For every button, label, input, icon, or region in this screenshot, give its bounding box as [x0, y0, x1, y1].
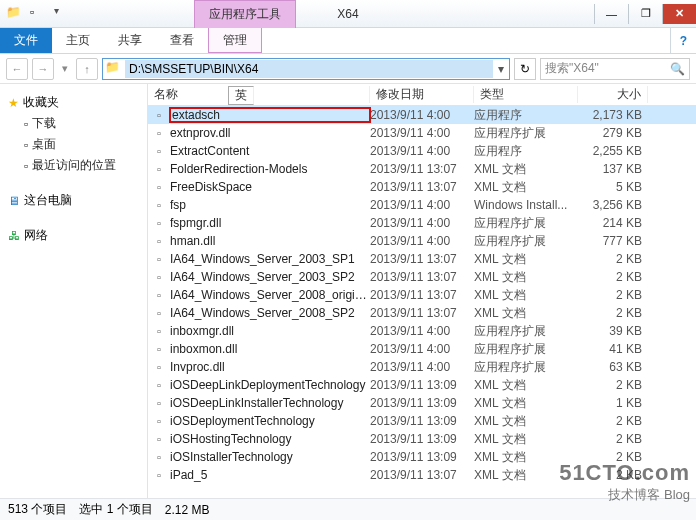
tab-share[interactable]: 共享	[104, 28, 156, 53]
file-date: 2013/9/11 13:07	[370, 180, 474, 194]
file-name: inboxmon.dll	[170, 342, 370, 356]
file-date: 2013/9/11 4:00	[370, 360, 474, 374]
file-icon: ▫	[148, 217, 170, 229]
table-row[interactable]: ▫iOSDeepLinkDeploymentTechnology2013/9/1…	[148, 376, 696, 394]
file-type: 应用程序扩展	[474, 323, 578, 340]
address-dropdown-icon[interactable]: ▾	[493, 62, 509, 76]
file-name: extadsch	[170, 108, 370, 122]
close-button[interactable]: ✕	[662, 4, 696, 24]
sidebar-network[interactable]: 🖧网络	[4, 225, 143, 246]
tab-file[interactable]: 文件	[0, 28, 52, 53]
table-row[interactable]: ▫FolderRedirection-Models2013/9/11 13:07…	[148, 160, 696, 178]
file-type: XML 文档	[474, 305, 578, 322]
column-name[interactable]: 名称	[148, 86, 370, 103]
file-type: 应用程序	[474, 143, 578, 160]
table-row[interactable]: ▫extadsch2013/9/11 4:00应用程序2,173 KB	[148, 106, 696, 124]
table-row[interactable]: ▫iOSDeepLinkInstallerTechnology2013/9/11…	[148, 394, 696, 412]
file-date: 2013/9/11 13:09	[370, 450, 474, 464]
column-date[interactable]: 修改日期	[370, 86, 474, 103]
file-date: 2013/9/11 4:00	[370, 108, 474, 122]
file-icon: ▫	[148, 163, 170, 175]
file-name: extnprov.dll	[170, 126, 370, 140]
file-type: 应用程序扩展	[474, 341, 578, 358]
table-row[interactable]: ▫fsp2013/9/11 4:00Windows Install...3,25…	[148, 196, 696, 214]
file-size: 2 KB	[578, 468, 648, 482]
table-row[interactable]: ▫iOSInstallerTechnology2013/9/11 13:09XM…	[148, 448, 696, 466]
search-input[interactable]: 搜索"X64" 🔍	[540, 58, 690, 80]
sidebar-item[interactable]: ▫下载	[4, 113, 143, 134]
tab-manage[interactable]: 管理	[208, 28, 262, 53]
table-row[interactable]: ▫IA64_Windows_Server_2008_original_...20…	[148, 286, 696, 304]
file-type: XML 文档	[474, 377, 578, 394]
table-row[interactable]: ▫IA64_Windows_Server_2003_SP12013/9/11 1…	[148, 250, 696, 268]
table-row[interactable]: ▫inboxmgr.dll2013/9/11 4:00应用程序扩展39 KB	[148, 322, 696, 340]
file-size: 279 KB	[578, 126, 648, 140]
up-button[interactable]: ↑	[76, 58, 98, 80]
file-type: 应用程序扩展	[474, 233, 578, 250]
forward-button[interactable]: →	[32, 58, 54, 80]
table-row[interactable]: ▫iOSHostingTechnology2013/9/11 13:09XML …	[148, 430, 696, 448]
file-size: 2 KB	[578, 450, 648, 464]
sidebar-item[interactable]: ▫桌面	[4, 134, 143, 155]
qat-icon[interactable]: ▫	[30, 5, 48, 23]
address-bar[interactable]: 📁 D:\SMSSETUP\BIN\X64 ▾	[102, 58, 510, 80]
sidebar-this-pc[interactable]: 🖥这台电脑	[4, 190, 143, 211]
file-date: 2013/9/11 4:00	[370, 198, 474, 212]
file-name: FreeDiskSpace	[170, 180, 370, 194]
ribbon-tabs: 文件 主页 共享 查看 管理 ?	[0, 28, 696, 54]
table-row[interactable]: ▫inboxmon.dll2013/9/11 4:00应用程序扩展41 KB	[148, 340, 696, 358]
file-type: Windows Install...	[474, 198, 578, 212]
file-name: IA64_Windows_Server_2008_original_...	[170, 288, 370, 302]
star-icon: ★	[8, 96, 19, 110]
file-name: IA64_Windows_Server_2003_SP1	[170, 252, 370, 266]
column-type[interactable]: 类型	[474, 86, 578, 103]
table-row[interactable]: ▫IA64_Windows_Server_2003_SP22013/9/11 1…	[148, 268, 696, 286]
file-list[interactable]: ▫extadsch2013/9/11 4:00应用程序2,173 KB▫extn…	[148, 106, 696, 498]
column-size[interactable]: 大小	[578, 86, 648, 103]
file-icon: ▫	[148, 343, 170, 355]
sidebar-item[interactable]: ▫最近访问的位置	[4, 155, 143, 176]
file-name: iOSInstallerTechnology	[170, 450, 370, 464]
minimize-button[interactable]: —	[594, 4, 628, 24]
file-date: 2013/9/11 13:09	[370, 378, 474, 392]
file-type: 应用程序扩展	[474, 125, 578, 142]
file-date: 2013/9/11 4:00	[370, 324, 474, 338]
file-type: 应用程序扩展	[474, 359, 578, 376]
file-date: 2013/9/11 13:07	[370, 270, 474, 284]
table-row[interactable]: ▫Invproc.dll2013/9/11 4:00应用程序扩展63 KB	[148, 358, 696, 376]
refresh-button[interactable]: ↻	[514, 58, 536, 80]
statusbar: 513 个项目 选中 1 个项目 2.12 MB	[0, 498, 696, 520]
file-size: 2 KB	[578, 306, 648, 320]
file-icon: ▫	[148, 415, 170, 427]
table-row[interactable]: ▫FreeDiskSpace2013/9/11 13:07XML 文档5 KB	[148, 178, 696, 196]
table-row[interactable]: ▫fspmgr.dll2013/9/11 4:00应用程序扩展214 KB	[148, 214, 696, 232]
table-row[interactable]: ▫iOSDeploymentTechnology2013/9/11 13:09X…	[148, 412, 696, 430]
file-date: 2013/9/11 4:00	[370, 126, 474, 140]
recent-dropdown[interactable]: ▾	[58, 58, 72, 80]
file-name: iOSDeploymentTechnology	[170, 414, 370, 428]
file-size: 2 KB	[578, 432, 648, 446]
file-name: iOSHostingTechnology	[170, 432, 370, 446]
file-size: 2 KB	[578, 252, 648, 266]
table-row[interactable]: ▫hman.dll2013/9/11 4:00应用程序扩展777 KB	[148, 232, 696, 250]
maximize-button[interactable]: ❐	[628, 4, 662, 24]
table-row[interactable]: ▫iPad_52013/9/11 13:07XML 文档2 KB	[148, 466, 696, 484]
table-row[interactable]: ▫IA64_Windows_Server_2008_SP22013/9/11 1…	[148, 304, 696, 322]
help-button[interactable]: ?	[670, 28, 696, 53]
search-placeholder: 搜索"X64"	[545, 60, 670, 77]
file-icon: ▫	[148, 181, 170, 193]
table-row[interactable]: ▫extnprov.dll2013/9/11 4:00应用程序扩展279 KB	[148, 124, 696, 142]
file-size: 2,173 KB	[578, 108, 648, 122]
qat-dropdown-icon[interactable]: ▾	[54, 5, 72, 23]
table-row[interactable]: ▫ExtractContent2013/9/11 4:00应用程序2,255 K…	[148, 142, 696, 160]
context-tab[interactable]: 应用程序工具	[194, 0, 296, 28]
file-area: 名称 修改日期 类型 大小 英 ▫extadsch2013/9/11 4:00应…	[148, 84, 696, 498]
back-button[interactable]: ←	[6, 58, 28, 80]
folder-icon: 📁	[6, 5, 24, 23]
sidebar-favorites[interactable]: ★收藏夹	[4, 92, 143, 113]
file-name: iPad_5	[170, 468, 370, 482]
file-type: XML 文档	[474, 449, 578, 466]
tab-home[interactable]: 主页	[52, 28, 104, 53]
address-path[interactable]: D:\SMSSETUP\BIN\X64	[125, 60, 493, 78]
tab-view[interactable]: 查看	[156, 28, 208, 53]
